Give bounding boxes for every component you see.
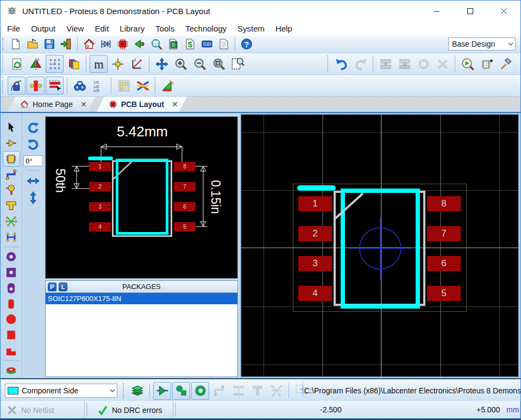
new-file-button[interactable] bbox=[8, 36, 23, 52]
preview-pad-3[interactable]: 3 bbox=[89, 202, 111, 211]
rotation-angle-input[interactable] bbox=[23, 155, 43, 166]
design-selector-combo[interactable]: Base Design bbox=[448, 37, 516, 51]
toolbar-grip[interactable] bbox=[2, 77, 6, 94]
design-rule-check-button[interactable] bbox=[159, 77, 177, 95]
preview-pad-1[interactable]: 1 bbox=[89, 162, 111, 171]
component-tool-button[interactable] bbox=[3, 135, 20, 151]
toolbar-separator bbox=[149, 55, 149, 72]
ratsnest-tool-button[interactable] bbox=[3, 214, 20, 229]
gerber-viewer-button[interactable] bbox=[148, 36, 164, 52]
menu-help[interactable]: Help bbox=[270, 23, 298, 34]
tab-close-icon[interactable]: ✕ bbox=[172, 100, 178, 109]
schematic-capture-button[interactable] bbox=[98, 36, 114, 52]
pad-highlight-button[interactable] bbox=[27, 77, 45, 95]
menu-edit[interactable]: Edit bbox=[89, 23, 114, 34]
track-tool-button[interactable] bbox=[3, 167, 20, 183]
mirror-vertical-button[interactable] bbox=[24, 189, 42, 206]
board-flip-button[interactable]: F bbox=[27, 55, 45, 73]
preview-pad-5[interactable]: 5 bbox=[174, 222, 196, 231]
zoom-out-icon bbox=[193, 58, 206, 71]
minimize-button[interactable] bbox=[419, 1, 453, 21]
toolbar-grip[interactable] bbox=[2, 37, 6, 51]
auto-router-button[interactable] bbox=[134, 77, 152, 95]
preview-pad-7[interactable]: 7 bbox=[174, 182, 196, 191]
search-parts-button[interactable] bbox=[71, 77, 89, 95]
layer-stack-button[interactable] bbox=[128, 382, 146, 400]
preview-pad-6[interactable]: 6 bbox=[174, 202, 196, 211]
smd-circle-pad-button[interactable] bbox=[3, 312, 20, 328]
rotate-ccw-button[interactable] bbox=[24, 136, 42, 153]
dil-th-pad-button[interactable] bbox=[3, 280, 20, 296]
x-cursor-button[interactable]: Zx bbox=[128, 55, 146, 73]
zoom-out-button[interactable] bbox=[191, 55, 209, 73]
square-th-pad-icon bbox=[5, 267, 17, 278]
mirror-horizontal-button[interactable] bbox=[24, 172, 42, 189]
pan-button[interactable] bbox=[153, 55, 171, 73]
menu-library[interactable]: Library bbox=[114, 23, 150, 34]
package-tool-button[interactable] bbox=[3, 151, 20, 167]
tab-close-icon[interactable]: ✕ bbox=[80, 100, 87, 109]
menu-technology[interactable]: Technology bbox=[180, 23, 232, 34]
rotate-cw-button[interactable] bbox=[24, 120, 42, 136]
menu-output[interactable]: Output bbox=[26, 23, 61, 34]
redraw-button[interactable] bbox=[8, 55, 26, 73]
preview-pad-4[interactable]: 4 bbox=[89, 222, 111, 231]
maximize-button[interactable] bbox=[453, 1, 487, 21]
make-package-button[interactable] bbox=[478, 55, 495, 73]
false-origin-button[interactable] bbox=[109, 55, 127, 73]
pcb-editor-canvas[interactable]: 12348765 bbox=[240, 114, 519, 378]
pads-mode-button[interactable] bbox=[172, 382, 190, 400]
close-button[interactable] bbox=[487, 1, 520, 21]
save-project-button[interactable] bbox=[41, 36, 57, 52]
layer-selector-combo[interactable]: Component Side bbox=[5, 384, 117, 398]
trace-select-button[interactable] bbox=[46, 77, 64, 95]
home-page-button[interactable] bbox=[81, 36, 97, 52]
toolbar-grip[interactable] bbox=[2, 55, 6, 72]
tab-home-page[interactable]: Home Page✕ bbox=[8, 97, 96, 112]
preview-pad-8[interactable]: 8 bbox=[174, 162, 196, 171]
donut-mode-button[interactable] bbox=[191, 382, 209, 400]
menu-tools[interactable]: Tools bbox=[150, 23, 180, 34]
component-list-button[interactable]: U1U2U3 bbox=[90, 77, 108, 95]
connectivity-tool-button[interactable] bbox=[3, 229, 20, 245]
round-th-pad-button[interactable] bbox=[3, 249, 20, 265]
square-th-pad-button[interactable] bbox=[3, 265, 20, 280]
tab-pcb-layout[interactable]: PCB Layout✕ bbox=[97, 97, 187, 112]
polygon-pad-button[interactable] bbox=[3, 343, 20, 359]
zoom-area-button[interactable] bbox=[229, 55, 247, 73]
help-button[interactable]: ? bbox=[238, 36, 254, 52]
arc-lock-button[interactable] bbox=[8, 77, 26, 95]
bill-of-materials-button[interactable]: $ bbox=[182, 36, 198, 52]
decompose-button[interactable] bbox=[497, 55, 514, 73]
zone-tool-button[interactable] bbox=[3, 198, 20, 214]
selection-tool-button[interactable] bbox=[3, 120, 20, 135]
design-explorer-button[interactable] bbox=[165, 36, 181, 52]
pcb-layout-button[interactable] bbox=[115, 36, 130, 52]
padstack-button[interactable] bbox=[3, 362, 20, 378]
grid-toggle-button[interactable] bbox=[46, 55, 64, 73]
menu-file[interactable]: File bbox=[2, 23, 26, 34]
import-project-button[interactable] bbox=[58, 36, 74, 52]
project-notes-button[interactable] bbox=[216, 36, 231, 52]
menu-system[interactable]: System bbox=[232, 23, 270, 34]
metric-toggle-button[interactable]: m bbox=[90, 55, 108, 73]
layer-display-button[interactable] bbox=[65, 55, 83, 73]
zoom-all-button[interactable] bbox=[210, 55, 228, 73]
via-tool-button[interactable] bbox=[3, 183, 20, 198]
preview-pad-2[interactable]: 2 bbox=[89, 182, 111, 191]
toolbar-grip[interactable] bbox=[327, 55, 331, 72]
toolbar-grip[interactable] bbox=[123, 383, 127, 398]
terminal-mode-button[interactable] bbox=[153, 382, 171, 400]
source-code-button[interactable]: 010 bbox=[199, 36, 215, 52]
smd-rect-pad-button[interactable] bbox=[3, 296, 20, 312]
3d-visualizer-button[interactable] bbox=[131, 36, 147, 52]
undo-button[interactable] bbox=[332, 55, 350, 73]
toolbar-grip[interactable] bbox=[302, 381, 303, 396]
open-project-button[interactable] bbox=[24, 36, 40, 52]
package-list-item[interactable]: SOIC127P600X175-8N bbox=[46, 293, 237, 304]
smd-square-pad-button[interactable] bbox=[3, 327, 20, 343]
menu-view[interactable]: View bbox=[61, 23, 89, 34]
pick-parts-button[interactable] bbox=[459, 55, 476, 73]
terminal-mode-icon bbox=[156, 384, 169, 397]
zoom-in-button[interactable] bbox=[172, 55, 190, 73]
